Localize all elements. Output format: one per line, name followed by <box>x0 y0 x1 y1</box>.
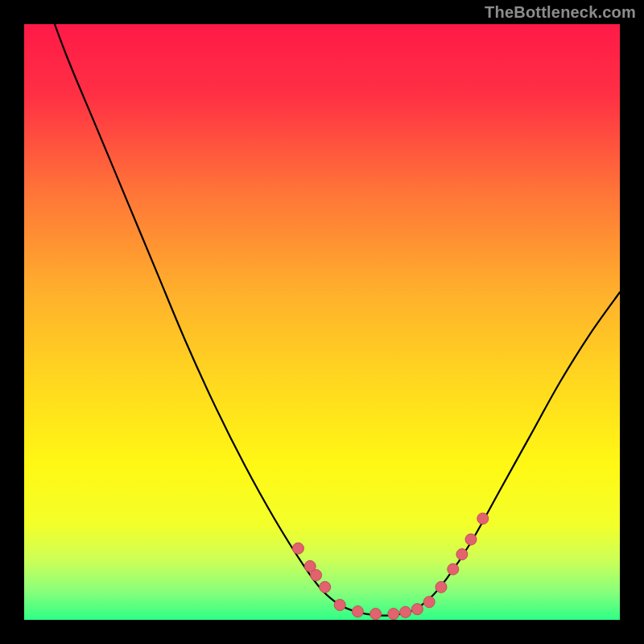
data-point <box>334 600 345 611</box>
data-point <box>320 581 331 592</box>
chart-svg <box>24 24 620 620</box>
data-point <box>423 597 435 608</box>
data-point <box>411 604 423 615</box>
data-point <box>436 581 447 592</box>
attribution-text: TheBottleneck.com <box>485 3 636 22</box>
data-point <box>477 513 489 524</box>
data-point <box>292 543 303 554</box>
data-point <box>400 606 411 617</box>
data-point <box>370 609 382 620</box>
data-point <box>465 534 477 545</box>
data-point <box>388 609 399 620</box>
data-point <box>352 606 363 617</box>
data-point <box>456 549 468 560</box>
data-point <box>448 564 459 575</box>
gradient-background <box>24 24 620 620</box>
data-point <box>311 570 322 581</box>
